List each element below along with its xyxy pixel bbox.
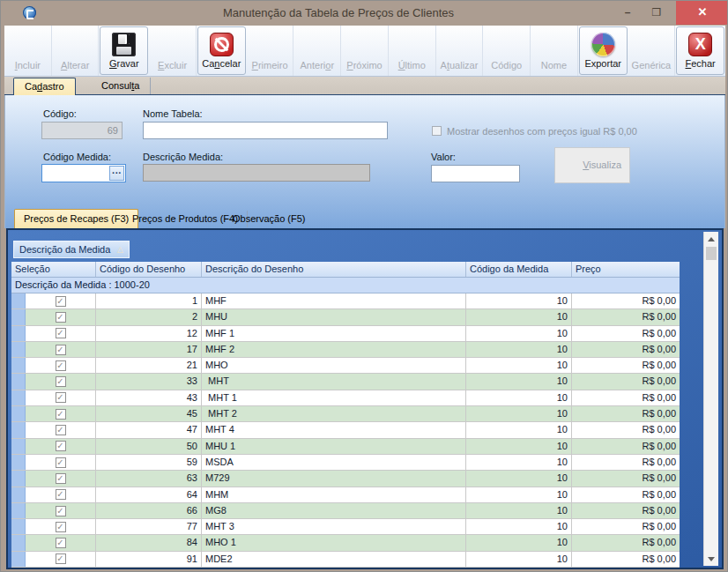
group-indent — [11, 309, 26, 324]
cell-codigo-medida: 10 — [466, 439, 572, 454]
cell-codigo-desenho: 59 — [96, 455, 202, 470]
group-indent — [11, 342, 26, 357]
row-selection-checkbox[interactable] — [56, 312, 66, 323]
codigo-medida-field[interactable] — [41, 164, 126, 182]
row-selection-checkbox[interactable] — [56, 296, 66, 307]
valor-field[interactable] — [431, 165, 520, 182]
row-selection-checkbox[interactable] — [56, 538, 66, 548]
column-header-preco[interactable]: Preço — [572, 262, 680, 277]
column-header-selecao[interactable]: Seleção — [11, 262, 96, 277]
tab-consulta[interactable]: Consulta — [91, 78, 151, 94]
exportar-button[interactable]: Exportar — [579, 26, 628, 75]
row-selection-checkbox[interactable] — [56, 392, 66, 403]
cancelar-button[interactable]: Cancelar — [197, 26, 246, 75]
row-selection-checkbox[interactable] — [56, 376, 66, 387]
column-header-descricao-desenho[interactable]: Descrição do Desenho — [202, 262, 466, 277]
row-selection-checkbox[interactable] — [56, 473, 66, 484]
visualiza-button[interactable]: Visualiza — [554, 147, 630, 183]
cell-descricao-desenho: MHF 1 — [202, 326, 466, 341]
table-row: 77 MHT 3 10 R$ 0,00 — [11, 519, 680, 535]
table-row: 59 MSDA 10 R$ 0,00 — [11, 455, 680, 471]
proximo-button[interactable]: Próximo — [341, 26, 389, 76]
group-indent — [11, 390, 26, 405]
codigo-medida-label: Código Medida: — [43, 152, 111, 162]
table-header-row: Seleção Código do Desenho Descrição do D… — [11, 262, 680, 278]
row-selection-checkbox[interactable] — [56, 345, 66, 355]
scroll-up-icon[interactable] — [704, 232, 718, 246]
cell-codigo-medida: 10 — [466, 390, 572, 405]
cell-descricao-desenho: MG8 — [202, 503, 466, 518]
gravar-button[interactable]: Gravar — [100, 26, 148, 75]
row-selection-checkbox[interactable] — [56, 441, 66, 451]
cell-codigo-medida: 10 — [466, 487, 572, 502]
vertical-scrollbar[interactable] — [703, 232, 718, 566]
cell-codigo-medida: 10 — [466, 374, 572, 389]
title-bar: Manutenção da Tabela de Preços de Client… — [1, 1, 728, 25]
codigo-medida-lookup-button[interactable] — [109, 166, 124, 181]
cell-codigo-desenho: 66 — [96, 503, 202, 518]
toolbar: Incluir Alterar Gravar Excluir — [4, 26, 725, 77]
nome-tabela-field[interactable] — [143, 122, 388, 139]
cell-codigo-medida: 10 — [466, 326, 572, 341]
table-row: 91 MDE2 10 R$ 0,00 — [11, 552, 680, 568]
row-selection-checkbox[interactable] — [56, 409, 66, 420]
incluir-button[interactable]: Incluir — [4, 26, 52, 76]
cell-codigo-medida: 10 — [466, 471, 572, 486]
group-indent — [11, 535, 26, 550]
precos-grid-panel: Descrição da Medida △ Seleção Código do … — [6, 228, 724, 569]
cell-codigo-medida: 10 — [466, 406, 572, 421]
fechar-button[interactable]: Fechar — [676, 26, 724, 75]
toolbar-button-label: Cancelar — [202, 58, 241, 69]
descricao-medida-field[interactable] — [143, 164, 370, 182]
cell-codigo-desenho: 64 — [96, 487, 202, 502]
cell-codigo-desenho: 43 — [96, 390, 202, 405]
close-button[interactable]: ✕ — [676, 1, 728, 25]
cell-codigo-desenho: 2 — [96, 309, 202, 324]
subtab-observacao[interactable]: Observação (F5) — [224, 211, 315, 227]
row-selection-checkbox[interactable] — [56, 522, 66, 532]
scroll-down-icon[interactable] — [704, 552, 718, 566]
group-by-box[interactable]: Descrição da Medida △ — [13, 241, 130, 258]
alterar-button[interactable]: Alterar — [52, 26, 100, 76]
table-row: 1 MHF 10 R$ 0,00 — [11, 293, 680, 309]
column-header-codigo-medida[interactable]: Código da Medida — [466, 262, 572, 277]
cell-codigo-medida: 10 — [466, 455, 572, 470]
cell-preco: R$ 0,00 — [572, 487, 680, 502]
nome-button[interactable]: Nome — [531, 26, 578, 76]
row-selection-checkbox[interactable] — [56, 489, 66, 500]
anterior-button[interactable]: Anterior — [293, 26, 341, 76]
cell-codigo-medida: 10 — [466, 293, 572, 308]
mostrar-desenhos-checkbox[interactable] — [432, 126, 442, 136]
toolbar-button-label: Primeiro — [252, 60, 288, 71]
scrollbar-thumb[interactable] — [706, 247, 717, 260]
maximize-button[interactable]: ❒ — [643, 1, 670, 25]
cell-preco: R$ 0,00 — [572, 358, 680, 373]
window-title: Manutenção da Tabela de Preços de Client… — [71, 6, 605, 19]
row-selection-checkbox[interactable] — [56, 425, 66, 435]
mostrar-desenhos-label: Mostrar desenhos com preços igual R$ 0,0… — [447, 126, 637, 137]
cell-codigo-desenho: 33 — [96, 374, 202, 389]
generica-button[interactable]: Genérica — [628, 26, 676, 76]
cell-codigo-medida: 10 — [466, 552, 572, 567]
row-selection-checkbox[interactable] — [56, 506, 66, 516]
row-selection-checkbox[interactable] — [56, 360, 66, 371]
cell-preco: R$ 0,00 — [572, 374, 680, 389]
excluir-button[interactable]: Excluir — [149, 26, 197, 76]
row-selection-checkbox[interactable] — [56, 553, 66, 564]
cell-codigo-desenho: 1 — [96, 293, 202, 308]
codigo-button[interactable]: Código — [483, 26, 531, 76]
table-row: 17 MHF 2 10 R$ 0,00 — [11, 342, 680, 358]
primeiro-button[interactable]: Primeiro — [247, 26, 294, 76]
codigo-field[interactable] — [41, 122, 123, 139]
cell-descricao-desenho: MHT 1 — [202, 390, 466, 405]
tab-cadastro[interactable]: Cadastro — [13, 78, 76, 96]
ultimo-button[interactable]: Último — [389, 26, 436, 76]
row-selection-checkbox[interactable] — [56, 457, 66, 468]
column-header-codigo-desenho[interactable]: Código do Desenho — [96, 262, 202, 277]
row-selection-checkbox[interactable] — [56, 328, 66, 338]
atualizar-button[interactable]: Atualizar — [436, 26, 484, 76]
subtab-precos-de-recapes[interactable]: Preços de Recapes (F3) — [14, 209, 138, 228]
cell-preco: R$ 0,00 — [572, 503, 680, 518]
minimize-button[interactable]: – — [614, 1, 641, 25]
cell-preco: R$ 0,00 — [572, 471, 680, 486]
